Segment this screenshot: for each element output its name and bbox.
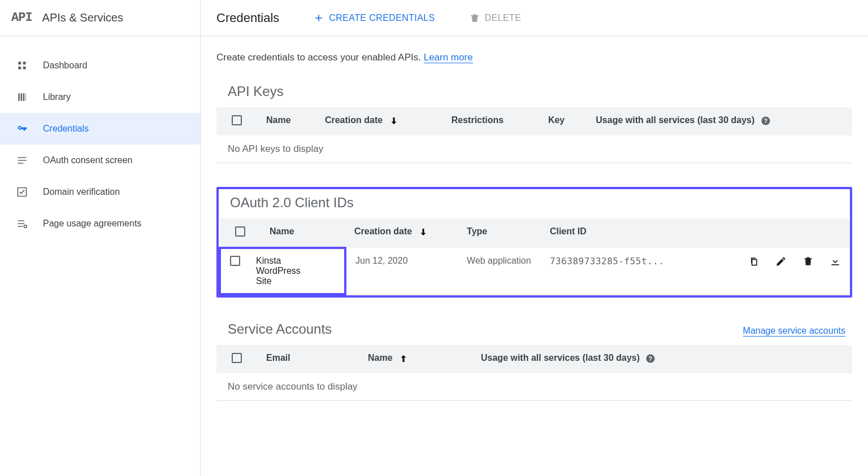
col-name[interactable]: Name — [257, 107, 316, 136]
service-accounts-section: Service Accounts Manage service accounts… — [216, 321, 852, 401]
sidebar-item-library[interactable]: Library — [0, 81, 200, 113]
sidebar-item-label: Page usage agreements — [43, 219, 141, 229]
api-keys-title: API Keys — [228, 84, 284, 99]
svg-text:?: ? — [649, 355, 652, 362]
client-id-value: 736389733285-f55t... — [541, 248, 703, 294]
settings-list-icon — [16, 217, 28, 230]
client-creation-date: Jun 12, 2020 — [345, 248, 458, 294]
col-label: Usage with all services (last 30 days) — [481, 353, 640, 363]
col-name[interactable]: Name — [359, 345, 472, 373]
api-keys-section: API Keys Name Creation date Restrictions… — [216, 84, 852, 163]
col-key[interactable]: Key — [539, 107, 587, 136]
col-client-id[interactable]: Client ID — [541, 219, 703, 248]
sidebar-header: API APIs & Services — [0, 0, 200, 36]
sidebar-item-page-usage[interactable]: Page usage agreements — [0, 208, 200, 239]
checkbox-header — [220, 219, 261, 248]
sidebar-item-domain-verification[interactable]: Domain verification — [0, 176, 200, 208]
empty-message: No API keys to display — [216, 136, 852, 163]
sidebar-item-oauth-consent[interactable]: OAuth consent screen — [0, 145, 200, 176]
checkbox-header — [216, 107, 257, 136]
col-creation-date[interactable]: Creation date — [316, 107, 442, 136]
sidebar-item-label: Credentials — [43, 124, 89, 134]
sidebar-item-dashboard[interactable]: Dashboard — [0, 50, 200, 81]
col-email[interactable]: Email — [257, 345, 359, 373]
page-title: Credentials — [216, 11, 279, 25]
sidebar-item-credentials[interactable]: Credentials — [0, 113, 200, 145]
col-label: Creation date — [354, 226, 412, 236]
edit-icon[interactable] — [775, 256, 787, 269]
help-icon[interactable]: ? — [645, 353, 656, 364]
oauth-clients-section: OAuth 2.0 Client IDs Name Creation date … — [216, 187, 852, 298]
key-icon — [16, 123, 28, 135]
content: Create credentials to access your enable… — [201, 36, 868, 440]
sort-up-icon — [398, 353, 409, 364]
svg-text:?: ? — [764, 117, 767, 124]
sort-down-icon — [418, 227, 428, 237]
service-accounts-table: Email Name Usage with all services (last… — [216, 345, 852, 401]
download-icon[interactable] — [830, 256, 841, 269]
table-header-row: Name Creation date Restrictions Key Usag… — [216, 107, 852, 136]
oauth-clients-title: OAuth 2.0 Client IDs — [230, 195, 354, 211]
sidebar-nav: Dashboard Library Credentials OAuth cons… — [0, 36, 200, 239]
sidebar: API APIs & Services Dashboard Library — [0, 0, 201, 476]
table-header-row: Email Name Usage with all services (last… — [216, 345, 852, 373]
main: Credentials CREATE CREDENTIALS DELETE Cr… — [201, 0, 868, 476]
col-label: Creation date — [325, 115, 383, 125]
col-name[interactable]: Name — [261, 219, 345, 248]
select-all-checkbox[interactable] — [232, 353, 242, 363]
service-accounts-title: Service Accounts — [228, 321, 332, 337]
create-credentials-button[interactable]: CREATE CREDENTIALS — [313, 12, 435, 24]
plus-icon — [313, 12, 324, 24]
help-icon[interactable]: ? — [761, 116, 771, 126]
empty-row: No service accounts to display — [216, 373, 852, 401]
consent-icon — [16, 154, 28, 167]
sidebar-item-label: Library — [43, 92, 71, 102]
delete-button[interactable]: DELETE — [469, 12, 522, 24]
api-keys-table: Name Creation date Restrictions Key Usag… — [216, 107, 852, 163]
col-usage[interactable]: Usage with all services (last 30 days) ? — [587, 107, 852, 136]
create-label: CREATE CREDENTIALS — [329, 13, 435, 23]
col-type[interactable]: Type — [458, 219, 541, 248]
sidebar-item-label: Dashboard — [43, 60, 87, 71]
col-label: Name — [368, 353, 393, 363]
empty-message: No service accounts to display — [216, 373, 852, 401]
svg-point-0 — [24, 225, 27, 228]
select-all-checkbox[interactable] — [235, 226, 245, 237]
manage-service-accounts-link[interactable]: Manage service accounts — [743, 326, 845, 337]
sidebar-item-label: Domain verification — [43, 187, 120, 197]
topbar: Credentials CREATE CREDENTIALS DELETE — [201, 0, 868, 36]
col-restrictions[interactable]: Restrictions — [442, 107, 539, 136]
client-type: Web application — [458, 248, 541, 294]
empty-row: No API keys to display — [216, 136, 852, 163]
highlighted-cell: Kinsta WordPress Site — [220, 248, 345, 294]
verified-icon — [16, 186, 28, 198]
learn-more-link[interactable]: Learn more — [424, 52, 473, 63]
intro-text: Create credentials to access your enable… — [216, 52, 852, 63]
select-all-checkbox[interactable] — [232, 115, 242, 125]
col-label: Usage with all services (last 30 days) — [596, 115, 754, 125]
client-name[interactable]: Kinsta WordPress Site — [256, 256, 318, 286]
table-header-row: Name Creation date Type Client ID — [220, 219, 850, 248]
api-logo: API — [11, 11, 32, 25]
delete-icon[interactable] — [802, 256, 814, 269]
library-icon — [16, 91, 28, 103]
intro-text-span: Create credentials to access your enable… — [216, 52, 421, 63]
col-usage[interactable]: Usage with all services (last 30 days) ? — [472, 345, 852, 373]
sidebar-title: APIs & Services — [42, 11, 123, 24]
col-creation-date[interactable]: Creation date — [345, 219, 458, 248]
col-actions — [703, 219, 850, 248]
oauth-clients-table: Name Creation date Type Client ID — [219, 219, 850, 295]
trash-icon — [469, 12, 480, 24]
checkbox-header — [216, 345, 257, 373]
table-row[interactable]: Kinsta WordPress Site Jun 12, 2020 Web a… — [220, 248, 850, 294]
copy-icon[interactable] — [748, 256, 760, 269]
delete-label: DELETE — [485, 13, 522, 23]
row-checkbox[interactable] — [230, 256, 240, 266]
dashboard-icon — [16, 59, 28, 72]
row-actions — [703, 248, 850, 294]
sidebar-item-label: OAuth consent screen — [43, 155, 132, 165]
sort-down-icon — [389, 116, 399, 126]
